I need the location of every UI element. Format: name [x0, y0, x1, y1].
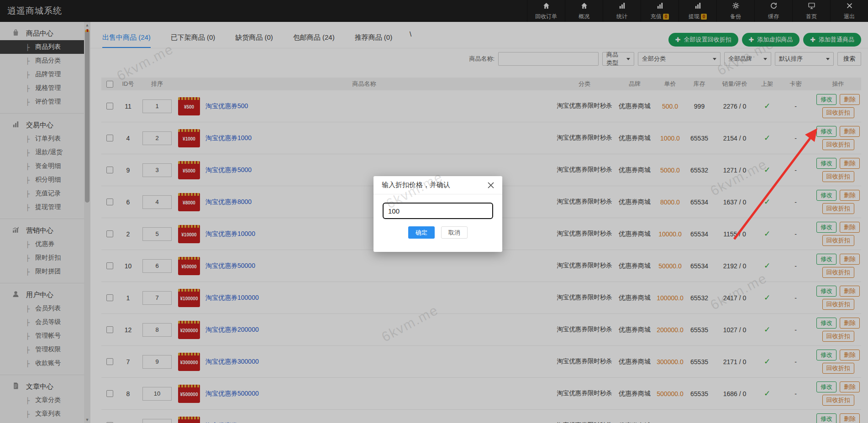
close-icon[interactable] — [488, 182, 494, 188]
confirm-button[interactable]: 确定 — [408, 226, 435, 239]
dialog-header: 输入折扣价格，并确认 — [374, 176, 502, 194]
dialog-buttons: 确定 取消 — [374, 226, 502, 239]
discount-dialog: 输入折扣价格，并确认 确定 取消 — [374, 176, 502, 252]
discount-price-input[interactable] — [383, 203, 493, 219]
dialog-title: 输入折扣价格，并确认 — [382, 181, 450, 189]
cancel-button[interactable]: 取消 — [441, 226, 468, 239]
